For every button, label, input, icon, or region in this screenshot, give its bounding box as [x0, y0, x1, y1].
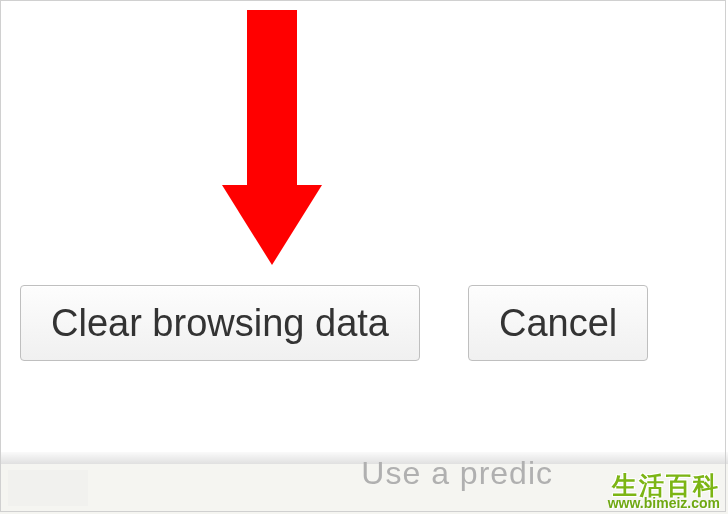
watermark-url: www.bimeiz.com	[608, 496, 720, 510]
cancel-button[interactable]: Cancel	[468, 285, 648, 361]
partial-ui-fragment-left	[8, 470, 88, 506]
clear-browsing-data-button[interactable]: Clear browsing data	[20, 285, 420, 361]
dialog-button-row: Clear browsing data Cancel	[20, 285, 648, 361]
partial-background-text: Use a predic	[361, 455, 553, 492]
annotation-arrow-down-icon	[222, 10, 322, 270]
image-frame-border	[0, 0, 726, 512]
watermark: 生活百科 www.bimeiz.com	[608, 473, 720, 510]
